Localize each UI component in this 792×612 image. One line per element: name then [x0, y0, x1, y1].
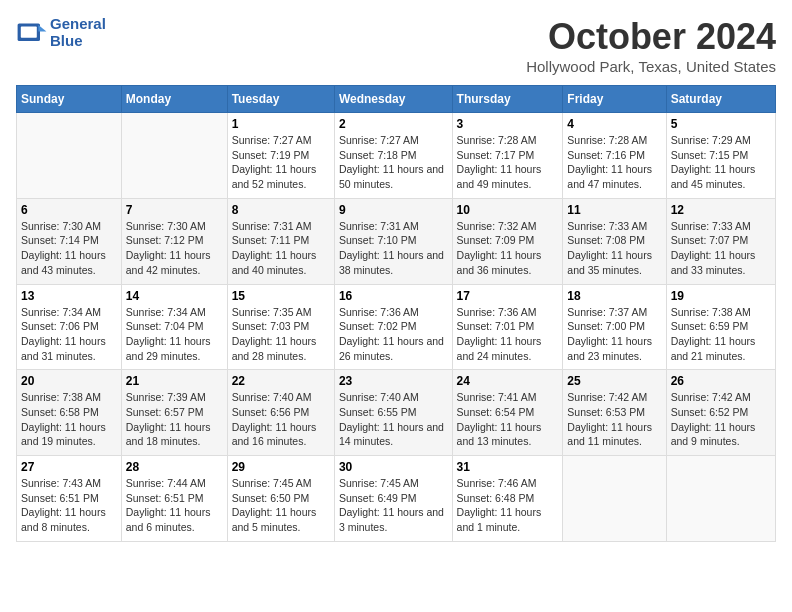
calendar-cell: 5Sunrise: 7:29 AMSunset: 7:15 PMDaylight… — [666, 113, 775, 199]
calendar-cell: 20Sunrise: 7:38 AMSunset: 6:58 PMDayligh… — [17, 370, 122, 456]
day-info: Sunrise: 7:36 AMSunset: 7:01 PMDaylight:… — [457, 305, 559, 364]
calendar-cell: 23Sunrise: 7:40 AMSunset: 6:55 PMDayligh… — [334, 370, 452, 456]
day-info: Sunrise: 7:37 AMSunset: 7:00 PMDaylight:… — [567, 305, 661, 364]
day-number: 20 — [21, 374, 117, 388]
day-number: 24 — [457, 374, 559, 388]
day-number: 26 — [671, 374, 771, 388]
month-title: October 2024 — [526, 16, 776, 58]
day-info: Sunrise: 7:31 AMSunset: 7:11 PMDaylight:… — [232, 219, 330, 278]
calendar-cell: 15Sunrise: 7:35 AMSunset: 7:03 PMDayligh… — [227, 284, 334, 370]
day-number: 10 — [457, 203, 559, 217]
day-info: Sunrise: 7:45 AMSunset: 6:49 PMDaylight:… — [339, 476, 448, 535]
calendar-cell: 27Sunrise: 7:43 AMSunset: 6:51 PMDayligh… — [17, 456, 122, 542]
day-number: 1 — [232, 117, 330, 131]
calendar-cell: 13Sunrise: 7:34 AMSunset: 7:06 PMDayligh… — [17, 284, 122, 370]
calendar-cell: 29Sunrise: 7:45 AMSunset: 6:50 PMDayligh… — [227, 456, 334, 542]
day-info: Sunrise: 7:38 AMSunset: 6:58 PMDaylight:… — [21, 390, 117, 449]
day-info: Sunrise: 7:33 AMSunset: 7:07 PMDaylight:… — [671, 219, 771, 278]
calendar-cell: 31Sunrise: 7:46 AMSunset: 6:48 PMDayligh… — [452, 456, 563, 542]
day-info: Sunrise: 7:29 AMSunset: 7:15 PMDaylight:… — [671, 133, 771, 192]
day-info: Sunrise: 7:42 AMSunset: 6:53 PMDaylight:… — [567, 390, 661, 449]
day-info: Sunrise: 7:28 AMSunset: 7:17 PMDaylight:… — [457, 133, 559, 192]
header-monday: Monday — [121, 86, 227, 113]
day-info: Sunrise: 7:43 AMSunset: 6:51 PMDaylight:… — [21, 476, 117, 535]
calendar-cell: 16Sunrise: 7:36 AMSunset: 7:02 PMDayligh… — [334, 284, 452, 370]
calendar-cell: 14Sunrise: 7:34 AMSunset: 7:04 PMDayligh… — [121, 284, 227, 370]
day-info: Sunrise: 7:32 AMSunset: 7:09 PMDaylight:… — [457, 219, 559, 278]
calendar-cell: 11Sunrise: 7:33 AMSunset: 7:08 PMDayligh… — [563, 198, 666, 284]
calendar-cell: 18Sunrise: 7:37 AMSunset: 7:00 PMDayligh… — [563, 284, 666, 370]
day-info: Sunrise: 7:28 AMSunset: 7:16 PMDaylight:… — [567, 133, 661, 192]
day-info: Sunrise: 7:27 AMSunset: 7:18 PMDaylight:… — [339, 133, 448, 192]
header-friday: Friday — [563, 86, 666, 113]
location-title: Hollywood Park, Texas, United States — [526, 58, 776, 75]
calendar-cell: 3Sunrise: 7:28 AMSunset: 7:17 PMDaylight… — [452, 113, 563, 199]
header-thursday: Thursday — [452, 86, 563, 113]
calendar-cell — [563, 456, 666, 542]
day-number: 6 — [21, 203, 117, 217]
calendar-header-row: SundayMondayTuesdayWednesdayThursdayFrid… — [17, 86, 776, 113]
header-tuesday: Tuesday — [227, 86, 334, 113]
day-number: 16 — [339, 289, 448, 303]
calendar-cell: 28Sunrise: 7:44 AMSunset: 6:51 PMDayligh… — [121, 456, 227, 542]
day-info: Sunrise: 7:38 AMSunset: 6:59 PMDaylight:… — [671, 305, 771, 364]
week-row-1: 1Sunrise: 7:27 AMSunset: 7:19 PMDaylight… — [17, 113, 776, 199]
day-info: Sunrise: 7:34 AMSunset: 7:06 PMDaylight:… — [21, 305, 117, 364]
header-saturday: Saturday — [666, 86, 775, 113]
calendar-cell: 22Sunrise: 7:40 AMSunset: 6:56 PMDayligh… — [227, 370, 334, 456]
day-number: 12 — [671, 203, 771, 217]
week-row-5: 27Sunrise: 7:43 AMSunset: 6:51 PMDayligh… — [17, 456, 776, 542]
week-row-2: 6Sunrise: 7:30 AMSunset: 7:14 PMDaylight… — [17, 198, 776, 284]
day-number: 2 — [339, 117, 448, 131]
day-number: 17 — [457, 289, 559, 303]
calendar-cell: 7Sunrise: 7:30 AMSunset: 7:12 PMDaylight… — [121, 198, 227, 284]
day-number: 14 — [126, 289, 223, 303]
calendar-cell: 1Sunrise: 7:27 AMSunset: 7:19 PMDaylight… — [227, 113, 334, 199]
header-wednesday: Wednesday — [334, 86, 452, 113]
day-info: Sunrise: 7:39 AMSunset: 6:57 PMDaylight:… — [126, 390, 223, 449]
day-number: 27 — [21, 460, 117, 474]
day-number: 11 — [567, 203, 661, 217]
calendar-cell: 6Sunrise: 7:30 AMSunset: 7:14 PMDaylight… — [17, 198, 122, 284]
calendar-cell: 19Sunrise: 7:38 AMSunset: 6:59 PMDayligh… — [666, 284, 775, 370]
day-info: Sunrise: 7:46 AMSunset: 6:48 PMDaylight:… — [457, 476, 559, 535]
calendar-cell — [17, 113, 122, 199]
calendar-cell: 12Sunrise: 7:33 AMSunset: 7:07 PMDayligh… — [666, 198, 775, 284]
day-info: Sunrise: 7:45 AMSunset: 6:50 PMDaylight:… — [232, 476, 330, 535]
day-info: Sunrise: 7:33 AMSunset: 7:08 PMDaylight:… — [567, 219, 661, 278]
day-info: Sunrise: 7:31 AMSunset: 7:10 PMDaylight:… — [339, 219, 448, 278]
calendar-cell: 17Sunrise: 7:36 AMSunset: 7:01 PMDayligh… — [452, 284, 563, 370]
day-number: 8 — [232, 203, 330, 217]
calendar-cell: 24Sunrise: 7:41 AMSunset: 6:54 PMDayligh… — [452, 370, 563, 456]
day-info: Sunrise: 7:30 AMSunset: 7:12 PMDaylight:… — [126, 219, 223, 278]
day-number: 13 — [21, 289, 117, 303]
day-number: 25 — [567, 374, 661, 388]
day-number: 18 — [567, 289, 661, 303]
day-number: 4 — [567, 117, 661, 131]
day-number: 3 — [457, 117, 559, 131]
day-info: Sunrise: 7:40 AMSunset: 6:56 PMDaylight:… — [232, 390, 330, 449]
calendar-cell — [121, 113, 227, 199]
header-sunday: Sunday — [17, 86, 122, 113]
day-info: Sunrise: 7:27 AMSunset: 7:19 PMDaylight:… — [232, 133, 330, 192]
logo-line1: General — [50, 16, 106, 33]
day-info: Sunrise: 7:42 AMSunset: 6:52 PMDaylight:… — [671, 390, 771, 449]
calendar-cell: 2Sunrise: 7:27 AMSunset: 7:18 PMDaylight… — [334, 113, 452, 199]
day-info: Sunrise: 7:35 AMSunset: 7:03 PMDaylight:… — [232, 305, 330, 364]
calendar-cell: 10Sunrise: 7:32 AMSunset: 7:09 PMDayligh… — [452, 198, 563, 284]
calendar-cell — [666, 456, 775, 542]
day-number: 9 — [339, 203, 448, 217]
calendar-cell: 21Sunrise: 7:39 AMSunset: 6:57 PMDayligh… — [121, 370, 227, 456]
calendar-cell: 25Sunrise: 7:42 AMSunset: 6:53 PMDayligh… — [563, 370, 666, 456]
header: General Blue October 2024 Hollywood Park… — [16, 16, 776, 75]
day-info: Sunrise: 7:41 AMSunset: 6:54 PMDaylight:… — [457, 390, 559, 449]
day-number: 5 — [671, 117, 771, 131]
day-info: Sunrise: 7:30 AMSunset: 7:14 PMDaylight:… — [21, 219, 117, 278]
logo-icon — [16, 17, 48, 49]
day-number: 21 — [126, 374, 223, 388]
calendar-cell: 30Sunrise: 7:45 AMSunset: 6:49 PMDayligh… — [334, 456, 452, 542]
day-number: 30 — [339, 460, 448, 474]
week-row-3: 13Sunrise: 7:34 AMSunset: 7:06 PMDayligh… — [17, 284, 776, 370]
day-info: Sunrise: 7:44 AMSunset: 6:51 PMDaylight:… — [126, 476, 223, 535]
day-number: 22 — [232, 374, 330, 388]
